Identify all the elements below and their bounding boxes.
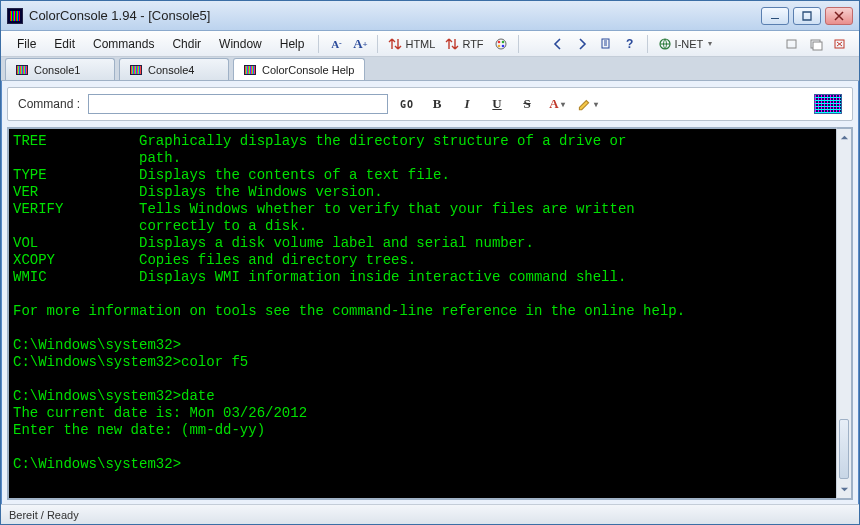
vertical-scrollbar[interactable]: [836, 127, 853, 500]
svg-point-4: [497, 44, 500, 47]
tab-console4[interactable]: Console4: [119, 58, 229, 80]
export-html-button[interactable]: HTML: [384, 33, 439, 55]
menu-window[interactable]: Window: [211, 34, 270, 54]
italic-button[interactable]: I: [456, 94, 478, 114]
tab-close-button[interactable]: [829, 33, 851, 55]
svg-point-3: [501, 44, 504, 47]
font-decrease-button[interactable]: A-: [325, 33, 347, 55]
command-toolbar: Command : GO B I U S A: [7, 87, 853, 121]
console-icon: [130, 65, 142, 75]
nav-forward-button[interactable]: [571, 33, 593, 55]
tab-label: Console4: [148, 64, 194, 76]
bold-button[interactable]: B: [426, 94, 448, 114]
highlight-button[interactable]: [576, 94, 598, 114]
menu-chdir[interactable]: Chdir: [164, 34, 209, 54]
svg-point-2: [501, 40, 504, 43]
go-button[interactable]: GO: [396, 94, 418, 114]
scroll-down-button[interactable]: [837, 481, 851, 498]
window-title: ColorConsole 1.94 - [Console5]: [29, 8, 761, 23]
status-bar: Bereit / Ready: [1, 504, 859, 524]
status-text: Bereit / Ready: [9, 509, 79, 521]
help-button[interactable]: ?: [619, 33, 641, 55]
inet-dropdown[interactable]: I-NET: [654, 33, 717, 55]
command-label: Command :: [18, 97, 80, 111]
tab-console1[interactable]: Console1: [5, 58, 115, 80]
svg-point-0: [496, 39, 506, 49]
scroll-track[interactable]: [837, 146, 851, 481]
command-input[interactable]: [88, 94, 388, 114]
console-output[interactable]: TREE Graphically displays the directory …: [7, 127, 836, 500]
menu-edit[interactable]: Edit: [46, 34, 83, 54]
menu-commands[interactable]: Commands: [85, 34, 162, 54]
underline-button[interactable]: U: [486, 94, 508, 114]
scroll-thumb[interactable]: [839, 419, 849, 479]
menu-help[interactable]: Help: [272, 34, 313, 54]
close-button[interactable]: [825, 7, 853, 25]
tab-dup-button[interactable]: [805, 33, 827, 55]
console-preview-icon[interactable]: [814, 94, 842, 114]
strike-button[interactable]: S: [516, 94, 538, 114]
tab-label: ColorConsole Help: [262, 64, 354, 76]
menu-file[interactable]: File: [9, 34, 44, 54]
export-rtf-button[interactable]: RTF: [441, 33, 487, 55]
minimize-button[interactable]: [761, 7, 789, 25]
app-icon: [7, 8, 23, 24]
scroll-up-button[interactable]: [837, 129, 851, 146]
svg-rect-9: [813, 42, 822, 50]
console-icon: [244, 65, 256, 75]
copy-button[interactable]: [595, 33, 617, 55]
svg-point-1: [497, 40, 500, 43]
svg-rect-7: [787, 40, 796, 48]
console-wrap: TREE Graphically displays the directory …: [7, 127, 853, 500]
tab-colorconsole-help[interactable]: ColorConsole Help: [233, 58, 365, 80]
nav-back-button[interactable]: [547, 33, 569, 55]
color-palette-button[interactable]: [490, 33, 512, 55]
tab-bar: Console1 Console4 ColorConsole Help: [1, 57, 859, 81]
tab-label: Console1: [34, 64, 80, 76]
menu-bar: File Edit Commands Chdir Window Help A- …: [1, 31, 859, 57]
console-icon: [16, 65, 28, 75]
font-color-button[interactable]: A: [546, 94, 568, 114]
title-bar: ColorConsole 1.94 - [Console5]: [1, 1, 859, 31]
maximize-button[interactable]: [793, 7, 821, 25]
app-window: ColorConsole 1.94 - [Console5] File Edit…: [0, 0, 860, 525]
font-increase-button[interactable]: A+: [349, 33, 371, 55]
tab-new-button[interactable]: [781, 33, 803, 55]
